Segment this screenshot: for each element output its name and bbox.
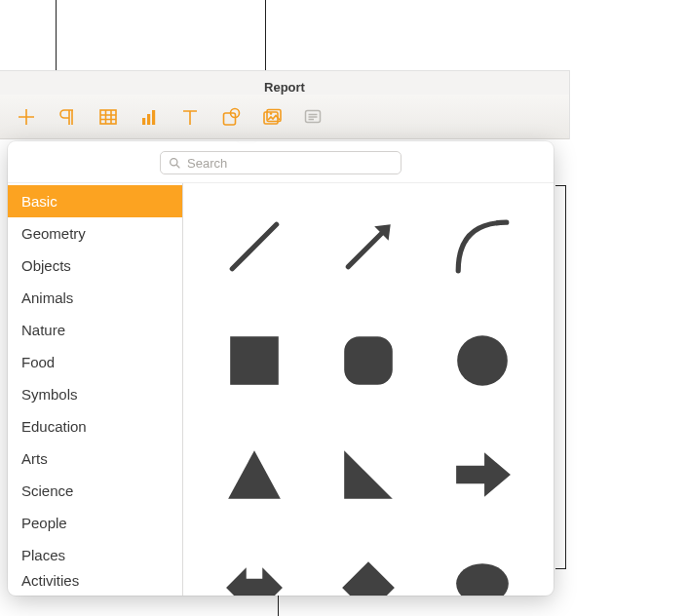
text-icon	[179, 106, 201, 128]
plus-icon	[16, 106, 37, 128]
svg-rect-0	[100, 110, 116, 124]
category-objects[interactable]: Objects	[8, 250, 182, 282]
shape-rounded-square[interactable]	[326, 319, 411, 404]
category-basic[interactable]: Basic	[8, 185, 182, 217]
pilcrow-icon	[57, 106, 78, 128]
popover-caret	[238, 141, 255, 142]
category-food[interactable]: Food	[8, 346, 182, 378]
callout-line	[565, 185, 566, 569]
callout-line	[555, 185, 566, 186]
category-geometry[interactable]: Geometry	[8, 217, 182, 250]
category-symbols[interactable]: Symbols	[8, 378, 182, 410]
callout-line	[555, 568, 566, 569]
search-field[interactable]	[160, 151, 401, 174]
shape-line[interactable]	[212, 205, 297, 289]
app-window: Report	[0, 70, 570, 139]
svg-rect-1	[142, 118, 145, 125]
media-icon	[261, 106, 283, 128]
svg-point-14	[456, 564, 509, 596]
shape-arrow-line[interactable]	[326, 205, 411, 289]
chart-button[interactable]	[129, 101, 170, 133]
shape-circle[interactable]	[440, 319, 524, 404]
window-title: Report	[264, 80, 305, 95]
category-nature[interactable]: Nature	[8, 314, 182, 346]
svg-rect-2	[147, 114, 150, 125]
toolbar	[0, 95, 569, 139]
search-input[interactable]	[187, 156, 393, 171]
category-sidebar: Basic Geometry Objects Animals Nature Fo…	[8, 183, 183, 596]
table-icon	[97, 106, 119, 128]
callout-line	[278, 593, 279, 616]
chart-icon	[138, 106, 160, 128]
search-icon	[169, 157, 181, 170]
shapes-popover-wrap: Basic Geometry Objects Animals Nature Fo…	[8, 141, 554, 596]
search-row	[8, 141, 554, 183]
callout-line	[265, 0, 266, 70]
shapes-grid-scroll[interactable]	[183, 183, 554, 596]
shape-square[interactable]	[212, 319, 297, 404]
text-button[interactable]	[170, 101, 210, 133]
comment-icon	[302, 106, 324, 128]
shape-arrow-left-right[interactable]	[212, 546, 297, 596]
add-button[interactable]	[6, 101, 47, 133]
svg-rect-3	[152, 110, 155, 125]
svg-rect-12	[344, 336, 393, 385]
media-button[interactable]	[251, 101, 292, 133]
callout-line	[56, 0, 57, 70]
category-activities[interactable]: Activities	[8, 571, 182, 589]
shape-diamond[interactable]	[326, 546, 411, 596]
category-education[interactable]: Education	[8, 410, 182, 443]
shape-icon	[220, 106, 242, 128]
shape-right-triangle[interactable]	[326, 432, 411, 517]
svg-rect-4	[224, 113, 236, 125]
shape-button[interactable]	[210, 101, 251, 133]
shapes-popover: Basic Geometry Objects Animals Nature Fo…	[8, 141, 554, 596]
category-science[interactable]: Science	[8, 475, 182, 507]
svg-point-13	[457, 335, 508, 386]
comment-button[interactable]	[292, 101, 333, 133]
shape-curve[interactable]	[440, 205, 524, 289]
svg-rect-11	[231, 336, 280, 385]
shape-arrow-right[interactable]	[440, 432, 524, 517]
category-places[interactable]: Places	[8, 539, 182, 571]
category-animals[interactable]: Animals	[8, 282, 182, 314]
category-arts[interactable]: Arts	[8, 443, 182, 475]
category-people[interactable]: People	[8, 507, 182, 539]
svg-point-10	[171, 158, 177, 165]
paragraph-button[interactable]	[47, 101, 88, 133]
shape-speech-bubble[interactable]	[440, 546, 524, 596]
title-bar: Report	[0, 71, 569, 95]
shapes-grid	[183, 183, 554, 596]
shape-triangle[interactable]	[212, 432, 297, 517]
table-button[interactable]	[88, 101, 129, 133]
svg-point-8	[270, 112, 273, 115]
